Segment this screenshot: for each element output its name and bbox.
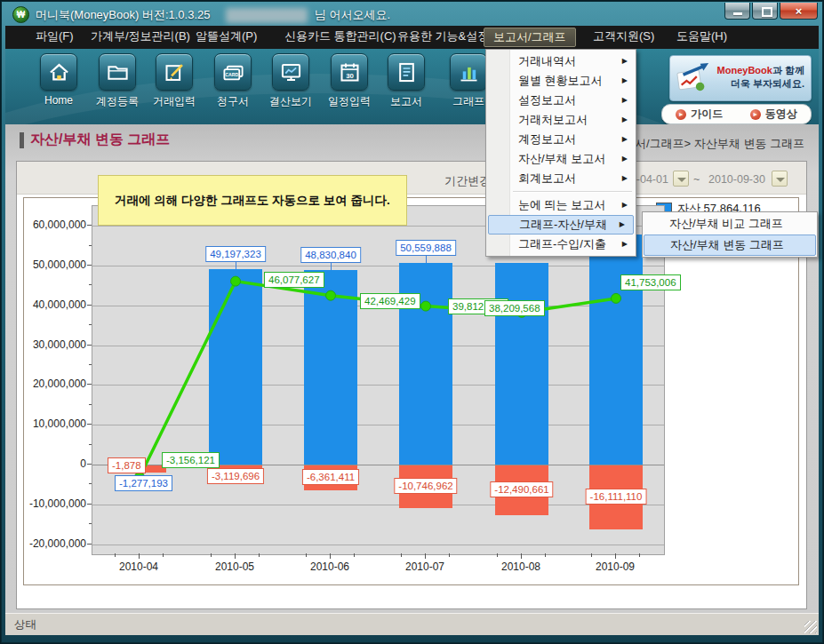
period-from-dropdown[interactable] [673,171,689,187]
submenu-arrow-icon: ▶ [622,195,628,215]
x-axis-label: 2010-07 [389,561,460,573]
y-axis-label: 40,000,000 [28,298,86,312]
toolbar-item-label: Home [30,94,87,107]
y-axis-tick [87,544,92,545]
toolbar-item-일정입력[interactable]: 30일정입력 [321,53,378,109]
submenu-arrow-icon: ▶ [622,235,628,254]
window-title-greeting: 님 어서오세요. [315,7,390,23]
close-button[interactable]: × [780,3,818,20]
menu-separator [513,191,632,193]
liability-label-2010-06: -6,361,411 [302,469,359,485]
menu-item-label: 설정보고서 [518,91,576,110]
menu-item-회계보고서[interactable]: 회계보고서▶ [486,169,636,188]
menu-item-거래처보고서[interactable]: 거래처보고서▶ [486,110,636,130]
menu-item-계정보고서[interactable]: 계정보고서▶ [486,130,636,149]
toolbar-item-결산보기[interactable]: 결산보기 [262,53,319,109]
card-icon: CARD [214,53,252,91]
quick-links-bar: ► 가이드 ► 동영상 [661,104,812,124]
menu-item-눈에 띄는 보고서[interactable]: 눈에 띄는 보고서▶ [486,195,636,215]
y-axis-minor-tick [89,364,92,365]
submenu-arrow-icon: ▶ [622,71,628,91]
banner-brand: MoneyBook [717,65,772,76]
submenu-item-자산/부채 변동 그래프[interactable]: 자산/부채 변동 그래프 [644,235,816,256]
menubar-item-3[interactable]: 알뜰설계(P) [187,28,266,45]
toolbar-item-계정등록[interactable]: 계정등록 [89,53,146,109]
net-asset-point [612,293,621,303]
minimize-icon [733,12,742,15]
pencil-icon [156,53,193,91]
y-axis-tick [87,384,92,385]
asset-label-2010-04: -1,277,193 [115,475,172,491]
chevron-down-icon [677,178,686,182]
title-bar[interactable]: ₩ 머니북(MoneyBook) 버전:1.0.3.25 님 어서오세요. × [5,3,819,26]
video-label: 동영상 [765,107,797,122]
asset-label-2010-06: 48,830,840 [300,247,361,263]
submenu-arrow-icon: ▶ [622,91,628,110]
menu-item-label: 거래내역서 [518,52,576,71]
y-axis-label: 60,000,000 [28,218,86,232]
toolbar-item-거래입력[interactable]: 거래입력 [146,53,203,109]
toolbar: Home계정등록거래입력CARD청구서결산보기30일정입력보고서그래프 Mone… [5,49,819,124]
menu-item-그래프-자산/부채[interactable]: 그래프-자산/부채▶ [488,215,634,235]
toolbar-item-Home[interactable]: Home [30,53,87,107]
net-label-2010-08: 38,209,568 [484,300,545,316]
y-axis-label: 30,000,000 [28,338,86,352]
y-axis-tick [87,225,92,226]
menu-item-label: 계정보고서 [518,130,576,149]
resize-grip[interactable] [804,621,817,633]
y-axis-label: 20,000,000 [28,377,86,391]
maximize-icon [762,7,772,17]
menu-item-자산/부채 보고서[interactable]: 자산/부채 보고서▶ [486,149,636,169]
toolbar-item-label: 계정등록 [89,94,146,109]
minimize-button[interactable] [724,3,750,20]
asset-label-2010-05: 49,197,323 [205,246,266,262]
menubar-item-4[interactable]: 신용카드 통합관리(C) [276,28,405,45]
menubar-item-6[interactable]: 보고서/그래프 [484,28,576,47]
page-title-marker [20,132,24,148]
video-link[interactable]: ► 동영상 [737,105,812,123]
net-label-2010-06: 42,469,429 [360,293,420,309]
maximize-button[interactable] [752,3,778,20]
status-text: 상태 [14,617,36,632]
page-title-row: 자산/부채 변동 그래프 [20,131,170,149]
banner-chart-icon [675,61,712,95]
menubar-item-2[interactable]: 가계부/정보관리(B) [82,28,199,45]
menubar-item-7[interactable]: 고객지원(S) [584,28,663,45]
submenu-arrow-icon: ▶ [622,110,628,130]
chevron-down-icon [776,178,785,182]
menubar-item-8[interactable]: 도움말(H) [668,28,736,45]
banner-text: MoneyBook과 함께 더욱 부자되세요. [717,64,804,91]
window-title: 머니북(MoneyBook) 버전:1.0.3.25 [36,7,211,23]
promo-banner[interactable]: MoneyBook과 함께 더욱 부자되세요. [669,55,812,101]
period-to-dropdown[interactable] [772,171,788,187]
page-area: 자산/부채 변동 그래프 보고서/그래프> 자산부채 변동 그래프 기간변경 2… [5,124,819,613]
toolbar-item-label: 일정입력 [321,94,378,109]
menu-item-label: 그래프-자산/부채 [519,216,607,234]
toolbar-item-label: 거래입력 [146,94,203,109]
submenu-arrow-icon: ▶ [622,149,628,169]
menu-item-설정보고서[interactable]: 설정보고서▶ [486,91,636,110]
menu-item-그래프-수입/지출[interactable]: 그래프-수입/지출▶ [486,235,636,254]
toolbar-item-보고서[interactable]: 보고서 [378,53,435,109]
y-axis-tick [87,504,92,505]
guide-link[interactable]: ► 가이드 [662,105,737,123]
submenu-item-자산/부채 비교 그래프[interactable]: 자산/부채 비교 그래프 [643,213,817,235]
video-arrow-icon: ► [750,109,761,120]
toolbar-item-청구서[interactable]: CARD청구서 [204,53,261,109]
net-asset-point [326,290,336,300]
x-axis-label: 2010-06 [294,561,365,573]
menu-item-거래내역서[interactable]: 거래내역서▶ [486,52,636,71]
period-to-date[interactable]: 2010-09-30 [708,173,765,186]
period-separator: ~ [693,173,700,186]
y-axis-minor-tick [89,324,92,325]
y-axis-minor-tick [89,284,92,285]
menu-item-월별 현황보고서[interactable]: 월별 현황보고서▶ [486,71,636,91]
menubar-item-1[interactable]: 파일(F) [27,28,83,45]
y-axis-label: 10,000,000 [28,417,86,431]
asset-label-callout [426,255,427,263]
submenu-arrow-icon: ▶ [622,169,628,188]
net-label-2010-05: 46,077,627 [264,272,324,288]
y-axis-minor-tick [89,404,92,405]
y-axis-label: -20,000,000 [28,537,86,551]
x-axis-label: 2010-04 [103,561,174,573]
